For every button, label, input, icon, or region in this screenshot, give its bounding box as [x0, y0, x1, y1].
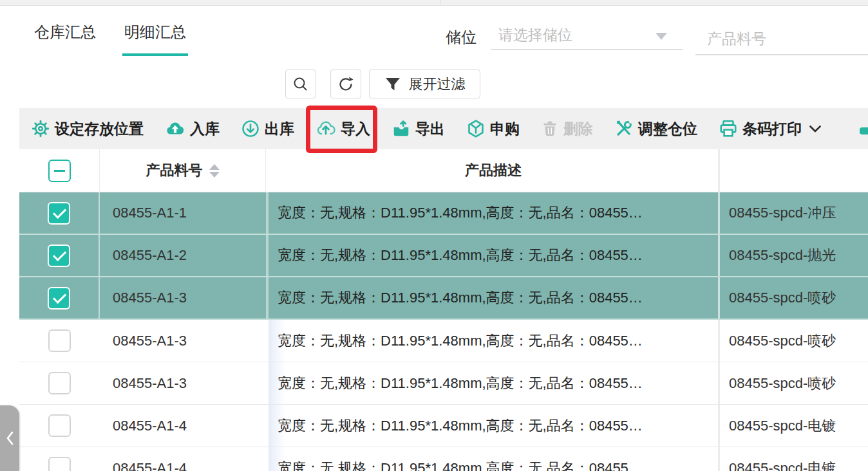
part-no-cell: 08455-A1-4 [100, 405, 266, 447]
outbound-label: 出库 [265, 119, 294, 139]
purchase-request-button[interactable]: 申购 [466, 119, 520, 139]
row-checkbox[interactable] [48, 414, 71, 437]
part-no-cell: 08455-A1-1 [100, 192, 266, 234]
circle-down-arrow-icon [241, 119, 260, 138]
table-row[interactable]: 08455-A1-3 宽度：无,规格：D11.95*1.48mm,高度：无,品名… [19, 362, 868, 405]
expand-filter-label: 展开过滤 [409, 75, 466, 94]
cloud-upload-filled-icon [165, 119, 185, 138]
chevron-left-icon [5, 430, 14, 446]
refresh-button[interactable] [330, 69, 361, 98]
table-header-row: 产品料号 产品描述 [19, 149, 868, 192]
description-cell: 宽度：无,规格：D11.95*1.48mm,高度：无,品名：08455… [269, 320, 718, 362]
description-header: 产品描述 [269, 149, 718, 192]
row-checkbox[interactable] [48, 372, 71, 394]
export-icon [392, 119, 411, 138]
inventory-table: 产品料号 产品描述 08455-A1-1 宽度：无,规格：D11.95*1.48… [19, 149, 868, 471]
description-cell: 宽度：无,规格：D11.95*1.48mm,高度：无,品名：08455… [269, 192, 718, 234]
import-button[interactable]: 导入 [316, 119, 370, 139]
part-number-input[interactable] [695, 23, 868, 55]
part-no-cell: 08455-A1-3 [100, 277, 266, 319]
description-cell: 宽度：无,规格：D11.95*1.48mm,高度：无,品名：08455… [269, 362, 718, 404]
storage-location-label: 储位 [446, 27, 476, 48]
row-checkbox[interactable] [48, 329, 71, 352]
search-button[interactable] [285, 69, 316, 98]
category-cell: 08455-spcd-电镀 [720, 405, 868, 447]
row-checkbox[interactable] [48, 457, 71, 471]
description-cell: 宽度：无,规格：D11.95*1.48mm,高度：无,品名：08455… [269, 405, 718, 447]
sort-icon[interactable] [209, 164, 220, 178]
package-icon [466, 119, 486, 138]
table-row[interactable]: 08455-A1-4 宽度：无,规格：D11.95*1.48mm,高度：无,品名… [19, 447, 868, 471]
purchase-request-label: 申购 [490, 119, 520, 139]
description-header-label: 产品描述 [465, 161, 522, 180]
category-header [720, 149, 868, 192]
table-row[interactable]: 08455-A1-3 宽度：无,规格：D11.95*1.48mm,高度：无,品名… [19, 277, 868, 320]
part-no-cell: 08455-A1-4 [100, 447, 266, 471]
table-row[interactable]: 08455-A1-4 宽度：无,规格：D11.95*1.48mm,高度：无,品名… [19, 405, 868, 447]
description-cell: 宽度：无,规格：D11.95*1.48mm,高度：无,品名：08455… [269, 235, 718, 276]
top-section-edge [0, 0, 868, 6]
adjust-slot-button[interactable]: 调整仓位 [614, 119, 697, 139]
adjust-slot-label: 调整仓位 [638, 119, 697, 139]
description-cell: 宽度：无,规格：D11.95*1.48mm,高度：无,品名：08455… [269, 447, 718, 471]
top-edge-divider [440, 0, 440, 6]
delete-button: 删除 [541, 119, 593, 139]
chevron-down-icon [656, 33, 667, 40]
category-cell: 08455-spcd-喷砂 [720, 362, 868, 404]
export-button[interactable]: 导出 [392, 119, 445, 139]
table-row[interactable]: 08455-A1-1 宽度：无,规格：D11.95*1.48mm,高度：无,品名… [19, 192, 868, 235]
description-cell: 宽度：无,规格：D11.95*1.48mm,高度：无,品名：08455… [269, 277, 718, 319]
barcode-print-button[interactable]: 条码打印 [719, 119, 822, 139]
table-toolbar: 设定存放位置 入库 出库 导入 [19, 108, 868, 149]
set-storage-position-button[interactable]: 设定存放位置 [31, 119, 144, 139]
part-no-header-label: 产品料号 [146, 161, 203, 180]
import-label: 导入 [341, 119, 370, 139]
row-checkbox[interactable] [48, 287, 70, 309]
trash-icon [541, 120, 559, 138]
storage-location-placeholder: 请选择储位 [491, 25, 572, 45]
printer-icon [719, 119, 738, 138]
cloud-upload-outline-icon [316, 119, 336, 138]
funnel-icon [384, 76, 401, 93]
row-checkbox[interactable] [48, 245, 70, 267]
part-no-cell: 08455-A1-2 [100, 235, 266, 276]
storage-location-select[interactable]: 请选择储位 [491, 21, 683, 50]
part-no-cell: 08455-A1-3 [100, 320, 266, 362]
tools-icon [614, 119, 634, 138]
collapse-panel-handle[interactable] [0, 405, 19, 471]
tab-detail-summary[interactable]: 明细汇总 [122, 19, 188, 56]
set-storage-position-label: 设定存放位置 [55, 119, 144, 139]
barcode-print-label: 条码打印 [742, 119, 802, 139]
part-no-header[interactable]: 产品料号 [100, 149, 266, 192]
category-cell: 08455-spcd-电镀 [720, 447, 868, 471]
outbound-button[interactable]: 出库 [241, 119, 294, 139]
gear-icon [31, 119, 50, 138]
part-no-cell: 08455-A1-3 [100, 362, 266, 404]
export-label: 导出 [415, 119, 445, 139]
expand-filter-button[interactable]: 展开过滤 [369, 69, 480, 98]
table-row[interactable]: 08455-A1-3 宽度：无,规格：D11.95*1.48mm,高度：无,品名… [19, 320, 868, 362]
category-cell: 08455-spcd-喷砂 [720, 320, 868, 362]
select-all-checkbox[interactable] [48, 160, 71, 182]
category-cell: 08455-spcd-冲压 [720, 192, 868, 234]
inbound-label: 入库 [190, 119, 220, 139]
search-icon [292, 75, 310, 93]
row-checkbox[interactable] [48, 202, 70, 225]
header-checkbox-cell [19, 149, 100, 192]
category-cell: 08455-spcd-抛光 [720, 235, 868, 276]
delete-label: 删除 [563, 119, 593, 139]
refresh-icon [337, 75, 355, 93]
inbound-button[interactable]: 入库 [165, 119, 220, 139]
tab-bar: 仓库汇总 明细汇总 [32, 19, 188, 56]
clipped-toolbar-item-fragment [860, 127, 868, 134]
tab-warehouse-summary[interactable]: 仓库汇总 [32, 19, 98, 56]
chevron-down-icon [809, 125, 822, 133]
category-cell: 08455-spcd-喷砂 [720, 277, 868, 319]
table-row[interactable]: 08455-A1-2 宽度：无,规格：D11.95*1.48mm,高度：无,品名… [19, 235, 868, 277]
